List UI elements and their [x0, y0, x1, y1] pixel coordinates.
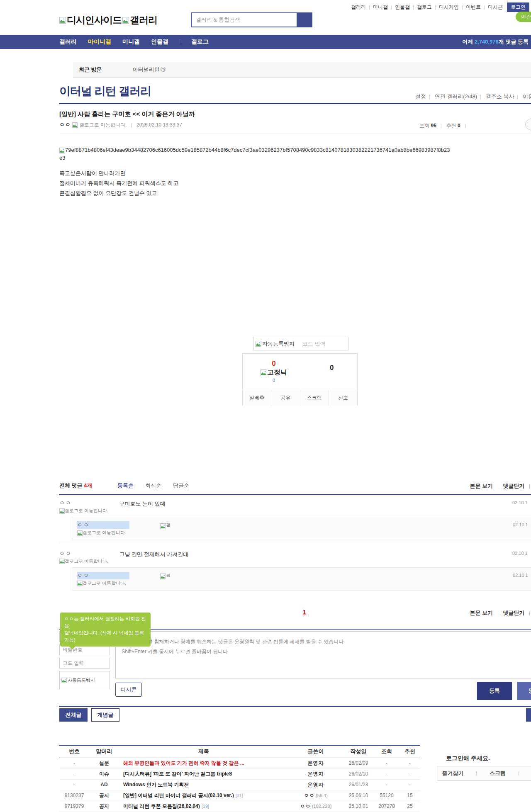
main-nav: 갤러리 마이너갤 미니갤 인물갤 갤로그 어제 2,740,976개 댓글 등록 — [0, 35, 531, 49]
upvote-button[interactable]: 0 고정닉 0 — [251, 360, 297, 383]
favorite-button[interactable]: 즐겨찾기 — [442, 770, 463, 777]
write-post-button-partial[interactable] — [526, 708, 531, 722]
reply-author[interactable]: ㅇㅇ — [77, 572, 129, 579]
view-post-button[interactable]: 본문 보기 — [470, 483, 493, 489]
top-link-event[interactable]: 이벤트 — [466, 4, 481, 11]
row-title[interactable]: 해외 유명인들과 있어도 기가 전혀 죽지 않을 것 같은 ... — [123, 760, 244, 766]
top-link-dccon[interactable]: 디시콘 — [488, 4, 503, 11]
fold-comments-button[interactable]: 댓글닫기 — [503, 610, 524, 616]
comments-total-count: 4개 — [84, 482, 92, 489]
nav-item-gallery[interactable]: 갤러리 — [59, 38, 77, 46]
row-date: 26/01/23 — [343, 779, 374, 790]
row-head: 설문 — [99, 760, 109, 766]
fixed-nick-alt: 고정닉 — [267, 369, 287, 376]
form-captcha-broken: 자동등록방지 — [59, 671, 110, 689]
comment-row: ㅇㅇ 갤로그로 이동합니다. 그냥 간만 절제해서 가져간대 02.10 1 — [59, 546, 531, 567]
top-link-persongall[interactable]: 인물갤 — [395, 4, 410, 11]
minor-gallery-badge: ⓜ — [161, 66, 166, 73]
post-body-line: 죽고싶은사람이 만나러가면 — [59, 168, 531, 178]
all-posts-button[interactable]: 전체글 — [59, 708, 88, 722]
row-title[interactable]: 이터널 리턴 쿠폰 모음집(26.02.04) — [123, 803, 200, 809]
nav-item-persongall[interactable]: 인물갤 — [151, 38, 168, 46]
post-author[interactable]: ㅇㅇ — [59, 122, 71, 128]
nav-item-minigall[interactable]: 미니갤 — [122, 38, 140, 46]
row-number: 9130237 — [59, 790, 89, 801]
reply-author-gallog[interactable]: 갤로그로 이동합니다. — [77, 530, 129, 536]
search-box: 갤러리 & 통합검색 — [191, 12, 312, 27]
page-number-1[interactable]: 1 — [303, 609, 306, 615]
broken-image-icon — [61, 678, 67, 683]
comment-author[interactable]: ㅇㅇ — [59, 499, 112, 507]
sort-by-registered[interactable]: 등록순 — [117, 482, 134, 489]
row-writer[interactable]: ㅇㅇ — [304, 793, 314, 798]
search-button[interactable] — [297, 12, 312, 27]
sort-by-newest[interactable]: 최신순 — [145, 482, 161, 489]
fixed-nick-broken: 고정닉 — [251, 368, 297, 377]
nav-item-minorgall[interactable]: 마이너갤 — [88, 38, 111, 46]
reply-author-gallog[interactable]: 갤로그로 이동합니다. — [77, 580, 129, 586]
report-button[interactable]: 신고 — [329, 390, 357, 406]
post-author-gallog-alt[interactable]: 갤로그로 이동합니다. — [79, 122, 127, 128]
comment-stat: 어제 2,740,976개 댓글 등록 — [462, 35, 529, 49]
post-body-line: 절세미녀가 유혹해줘서 죽기전에 파워섹스도 하고 — [59, 178, 531, 188]
broken-image-icon — [59, 148, 65, 153]
comment-author-gallog[interactable]: 갤로그로 이동합니다. — [59, 558, 112, 564]
captcha-image-broken: 자동등록방지 — [253, 340, 295, 348]
row-writer-ip: (59.4) — [316, 793, 328, 798]
nickname-tooltip: ㅇㅇ는 갤러리에서 권장하는 비회원 전용 갤닉네임입니다. (삭제 시 닉네임… — [60, 613, 151, 647]
reply-author[interactable]: ㅇㅇ — [77, 521, 129, 529]
row-views: - — [374, 768, 399, 779]
top-link-minigall[interactable]: 미니갤 — [373, 4, 388, 11]
gallery-link-settings[interactable]: 설정 — [415, 93, 426, 100]
row-writer[interactable]: 운영자 — [308, 782, 324, 788]
sort-by-reply[interactable]: 답글순 — [173, 482, 189, 489]
dccon-button[interactable]: 디시콘 — [115, 683, 142, 697]
gallery-link-guide[interactable]: 이용 — [523, 93, 531, 100]
scrap-list-button[interactable]: 스크랩 — [490, 770, 506, 777]
gallery-link-related[interactable]: 연관 갤러리(2/48) — [435, 93, 477, 100]
row-title[interactable]: [일반] 이터널 리턴 마이너 갤러리 공지(02.10 ver.) — [123, 793, 234, 798]
comment-stat-count: 2,740,976 — [475, 39, 499, 45]
row-title[interactable]: [디시人터뷰] '따로 또 같이' 피어난 걸그룹 tripleS — [123, 771, 232, 777]
top-link-gallery[interactable]: 갤러리 — [351, 4, 366, 11]
post-divider — [59, 134, 531, 134]
code-input[interactable] — [59, 658, 110, 669]
comment-row: ㅇㅇ 갤로그로 이동합니다. 구미호도 눈이 있데 02.10 1 — [59, 495, 531, 517]
row-title[interactable]: Windows 인기 노트북 기획전 — [123, 782, 189, 788]
site-logo[interactable]: 디시인사이드 갤러리 — [59, 14, 157, 27]
row-date: 25.06.10 — [343, 790, 374, 801]
search-input[interactable]: 갤러리 & 통합검색 — [191, 12, 297, 27]
post-action-bar: 실베추 공유 스크랩 신고 — [243, 390, 357, 406]
row-number: - — [59, 768, 89, 779]
row-date: 26/02/10 — [343, 768, 374, 779]
captcha-code-input[interactable]: 코드 입력 — [302, 340, 326, 348]
comment-author-gallog[interactable]: 갤로그로 이동합니다. — [59, 508, 112, 514]
row-writer[interactable]: 운영자 — [308, 760, 324, 766]
comment-textarea[interactable]: 타인의 권리를 침해하거나 명예를 훼손하는 댓글은 운영원칙 및 관련 법률에… — [115, 631, 531, 678]
recent-visited-gallery[interactable]: 이터널리턴ⓜ — [133, 66, 166, 73]
post-datetime: 2026.02.10 13:33:37 — [136, 122, 182, 128]
concept-posts-button[interactable]: 개념글 — [91, 708, 119, 722]
login-button[interactable]: 로그인 — [507, 2, 529, 12]
logo-text-gallery: 갤러리 — [130, 14, 157, 27]
nav-item-gallog[interactable]: 갤로그 — [191, 38, 209, 46]
reply-dccon-broken: 펌 — [160, 572, 170, 580]
submit-comment-button-secondary[interactable]: 등록 — [517, 682, 531, 700]
gallery-link-copy-url[interactable]: 갤주소 복사 — [486, 93, 514, 100]
fold-comments-button[interactable]: 댓글닫기 — [503, 483, 524, 489]
post-body-line: 큰결심할필요 없이 요단강도 건널수 있고 — [59, 188, 531, 198]
share-button[interactable]: 공유 — [271, 390, 300, 406]
row-writer[interactable]: 운영자 — [308, 771, 324, 777]
night-mode-toggle[interactable]: 야간 모드 — [516, 12, 531, 22]
top-link-gallog[interactable]: 갤로그 — [417, 4, 432, 11]
silbechu-button[interactable]: 실베추 — [243, 390, 271, 406]
recent-visited-label: 최근 방문 — [79, 66, 102, 73]
comment-author[interactable]: ㅇㅇ — [59, 550, 112, 557]
view-post-button[interactable]: 본문 보기 — [470, 610, 493, 616]
row-writer[interactable]: ㅇㅇ — [300, 803, 311, 809]
submit-comment-button[interactable]: 등록 — [477, 682, 512, 700]
downvote-button[interactable]: 0 — [330, 364, 334, 372]
top-link-dcgame[interactable]: 디시게임 — [439, 4, 459, 11]
scrap-button[interactable]: 스크랩 — [300, 390, 329, 406]
comment-time: 02.10 1 — [512, 551, 528, 556]
